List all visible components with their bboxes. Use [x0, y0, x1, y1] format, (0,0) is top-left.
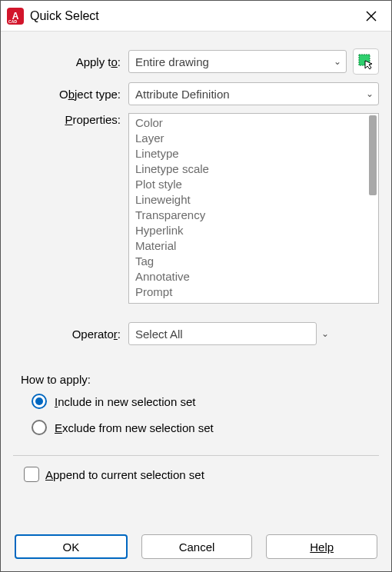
chevron-down-icon: ⌄	[334, 56, 341, 67]
close-button[interactable]	[356, 1, 387, 32]
dialog-content: Apply to: Entire drawing ⌄ Object type: …	[1, 32, 391, 524]
scrollbar-thumb[interactable]	[369, 115, 377, 195]
chevron-down-icon: ⌄	[321, 328, 329, 339]
list-item[interactable]: Lineweight	[135, 192, 367, 208]
separator	[13, 455, 379, 456]
exclude-label: Exclude from new selection set	[55, 421, 214, 434]
list-item[interactable]: Annotative	[135, 269, 367, 284]
apply-to-combo[interactable]: Entire drawing ⌄	[128, 50, 347, 73]
list-item[interactable]: Color	[135, 115, 367, 131]
close-icon	[366, 11, 377, 22]
append-label: Append to current selection set	[45, 468, 204, 481]
list-item[interactable]: Material	[135, 238, 367, 254]
properties-label: Properties:	[13, 113, 128, 126]
cancel-button[interactable]: Cancel	[141, 534, 253, 559]
help-label: Help	[310, 540, 334, 554]
properties-row: Properties: ColorLayerLinetypeLinetype s…	[13, 113, 379, 304]
operator-label: Operator:	[13, 328, 128, 341]
object-type-row: Object type: Attribute Definition ⌄	[13, 82, 379, 105]
list-item[interactable]: Linetype scale	[135, 161, 367, 177]
list-item[interactable]: Tag	[135, 254, 367, 269]
operator-combo[interactable]: Select All	[128, 322, 317, 345]
properties-listbox[interactable]: ColorLayerLinetypeLinetype scalePlot sty…	[128, 113, 379, 304]
object-type-combo[interactable]: Attribute Definition ⌄	[128, 82, 379, 105]
append-row: Append to current selection set	[24, 467, 379, 482]
include-label: Include in new selection set	[55, 395, 195, 408]
list-item[interactable]: Plot style	[135, 177, 367, 192]
window-title: Quick Select	[30, 9, 356, 23]
apply-to-value: Entire drawing	[135, 55, 209, 68]
apply-to-label: Apply to:	[13, 55, 128, 68]
ok-button[interactable]: OK	[15, 534, 128, 559]
exclude-radio[interactable]	[32, 420, 47, 435]
button-bar: OK Cancel Help	[1, 524, 391, 571]
list-item[interactable]: Linetype	[135, 146, 367, 161]
object-type-label: Object type:	[13, 88, 128, 101]
select-objects-button[interactable]	[353, 48, 379, 75]
how-to-apply-label: How to apply:	[21, 373, 379, 386]
list-item[interactable]: Prompt	[135, 284, 367, 300]
object-type-value: Attribute Definition	[135, 88, 230, 101]
list-item[interactable]: Transparency	[135, 208, 367, 223]
chevron-down-icon: ⌄	[366, 88, 374, 99]
app-icon: A	[7, 8, 24, 25]
operator-row: Operator: Select All ⌄	[13, 322, 379, 345]
operator-value: Select All	[135, 328, 183, 341]
help-button[interactable]: Help	[266, 534, 377, 559]
apply-to-row: Apply to: Entire drawing ⌄	[13, 48, 379, 75]
list-item[interactable]: Layer	[135, 131, 367, 146]
select-objects-icon	[357, 53, 374, 70]
titlebar: A Quick Select	[1, 1, 391, 32]
exclude-radio-row: Exclude from new selection set	[32, 420, 379, 435]
include-radio[interactable]	[32, 394, 47, 409]
list-item[interactable]: Hyperlink	[135, 223, 367, 238]
include-radio-row: Include in new selection set	[32, 394, 379, 409]
append-checkbox[interactable]	[24, 467, 39, 482]
